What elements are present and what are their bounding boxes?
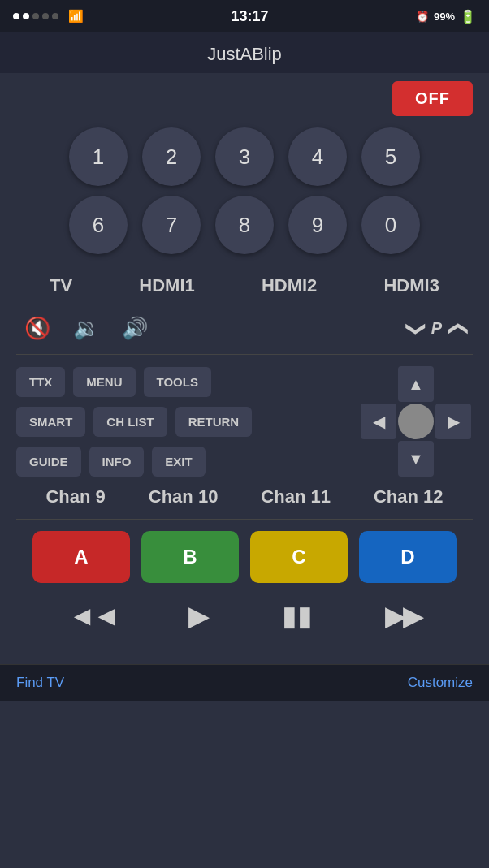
dpad-mid-row: ◀ ▶: [361, 404, 471, 439]
fastforward-button[interactable]: ▶▶: [385, 599, 421, 632]
control-area: TTX MENU TOOLS SMART CH LIST RETURN GUID…: [16, 366, 473, 477]
mute-icon: 🔇: [24, 316, 50, 341]
divider-1: [16, 354, 473, 355]
battery-icon: 🔋: [460, 9, 476, 24]
source-hdmi2-button[interactable]: HDMI2: [253, 270, 325, 301]
dot-3: [32, 13, 39, 19]
dpad-down-button[interactable]: ▼: [398, 441, 434, 477]
color-d-button[interactable]: D: [359, 531, 457, 583]
return-button[interactable]: RETURN: [175, 407, 253, 437]
remote-body: OFF 1 2 3 4 5 6 7 8 9 0 TV HDMI1 HDMI2 H…: [0, 73, 489, 664]
chlist-button[interactable]: CH LIST: [93, 407, 167, 437]
dot-1: [13, 13, 19, 19]
channel-down-button[interactable]: ❯: [405, 321, 428, 337]
numpad-row-2: 6 7 8 9 0: [69, 196, 420, 254]
app-title: JustABlip: [0, 32, 489, 73]
off-row: OFF: [16, 81, 473, 116]
channel-p-label: P: [428, 319, 445, 338]
ctrl-row-3: GUIDE INFO EXIT: [16, 447, 343, 477]
channel-group: ❯ P ❯: [409, 317, 465, 340]
channel-up-button[interactable]: ❯: [445, 321, 468, 337]
chan-11-button[interactable]: Chan 11: [261, 486, 331, 507]
status-bar: 📶 13:17 ⏰ 99% 🔋: [0, 0, 489, 32]
dpad-container: ▲ ◀ ▶ ▼: [359, 366, 473, 477]
num-9-button[interactable]: 9: [288, 196, 347, 254]
chan-12-button[interactable]: Chan 12: [374, 486, 444, 507]
channel-quick-row: Chan 9 Chan 10 Chan 11 Chan 12: [16, 486, 473, 507]
playback-row: ◄◄ ▶ ▮▮ ▶▶: [16, 599, 473, 632]
dot-4: [42, 13, 49, 19]
info-button[interactable]: INFO: [89, 447, 145, 477]
signal-dots: [13, 13, 58, 19]
source-hdmi1-button[interactable]: HDMI1: [131, 270, 202, 301]
status-right: ⏰ 99% 🔋: [416, 9, 476, 24]
num-3-button[interactable]: 3: [215, 127, 274, 186]
dot-5: [52, 13, 58, 19]
rewind-button[interactable]: ◄◄: [68, 600, 116, 632]
num-2-button[interactable]: 2: [142, 127, 201, 186]
guide-button[interactable]: GUIDE: [16, 447, 81, 477]
num-8-button[interactable]: 8: [215, 196, 274, 254]
play-button[interactable]: ▶: [188, 599, 210, 632]
color-c-button[interactable]: C: [250, 531, 348, 583]
status-left: 📶: [13, 9, 84, 24]
ctrl-row-1: TTX MENU TOOLS: [16, 367, 343, 397]
dpad-up-row: ▲: [398, 366, 434, 402]
color-a-button[interactable]: A: [32, 531, 130, 583]
color-buttons-row: A B C D: [16, 531, 473, 583]
status-time: 13:17: [231, 8, 268, 25]
num-0-button[interactable]: 0: [361, 196, 420, 254]
numpad: 1 2 3 4 5 6 7 8 9 0: [16, 127, 473, 254]
chan-10-button[interactable]: Chan 10: [149, 486, 219, 507]
dpad-up-button[interactable]: ▲: [398, 366, 434, 402]
source-hdmi3-button[interactable]: HDMI3: [375, 270, 447, 301]
find-tv-link[interactable]: Find TV: [16, 675, 64, 691]
ctrl-row-2: SMART CH LIST RETURN: [16, 407, 343, 437]
source-tv-button[interactable]: TV: [41, 270, 80, 301]
wifi-icon: 📶: [68, 9, 84, 24]
dpad-down-row: ▼: [398, 441, 434, 477]
num-6-button[interactable]: 6: [69, 196, 128, 254]
battery-percent: 99%: [434, 11, 455, 23]
ttx-button[interactable]: TTX: [16, 367, 65, 397]
smart-button[interactable]: SMART: [16, 407, 85, 437]
num-4-button[interactable]: 4: [288, 127, 347, 186]
exit-button[interactable]: EXIT: [152, 447, 205, 477]
vol-high-icon: 🔊: [122, 316, 148, 341]
tools-button[interactable]: TOOLS: [144, 367, 211, 397]
dpad-right-button[interactable]: ▶: [435, 404, 471, 439]
customize-link[interactable]: Customize: [408, 675, 473, 691]
dpad-left-button[interactable]: ◀: [361, 404, 396, 439]
off-button[interactable]: OFF: [392, 81, 473, 116]
numpad-row-1: 1 2 3 4 5: [69, 127, 420, 186]
divider-2: [16, 519, 473, 520]
pause-button[interactable]: ▮▮: [282, 599, 313, 632]
dot-2: [23, 13, 29, 19]
control-buttons: TTX MENU TOOLS SMART CH LIST RETURN GUID…: [16, 367, 343, 477]
alarm-icon: ⏰: [416, 11, 429, 23]
vol-low-icon: 🔉: [73, 316, 99, 341]
vol-ch-row: 🔇 🔉 🔊 ❯ P ❯: [16, 316, 473, 341]
chan-9-button[interactable]: Chan 9: [45, 486, 105, 507]
num-5-button[interactable]: 5: [361, 127, 420, 186]
num-7-button[interactable]: 7: [142, 196, 201, 254]
bottom-bar: Find TV Customize: [0, 664, 489, 701]
num-1-button[interactable]: 1: [69, 127, 128, 186]
vol-high-button[interactable]: 🔊: [122, 316, 148, 341]
menu-button[interactable]: MENU: [73, 367, 135, 397]
dpad-ok-button[interactable]: [398, 404, 434, 439]
mute-button[interactable]: 🔇: [24, 316, 50, 341]
color-b-button[interactable]: B: [141, 531, 239, 583]
source-row: TV HDMI1 HDMI2 HDMI3: [16, 270, 473, 301]
vol-low-button[interactable]: 🔉: [73, 316, 99, 341]
volume-group: 🔇 🔉 🔊: [24, 316, 148, 341]
